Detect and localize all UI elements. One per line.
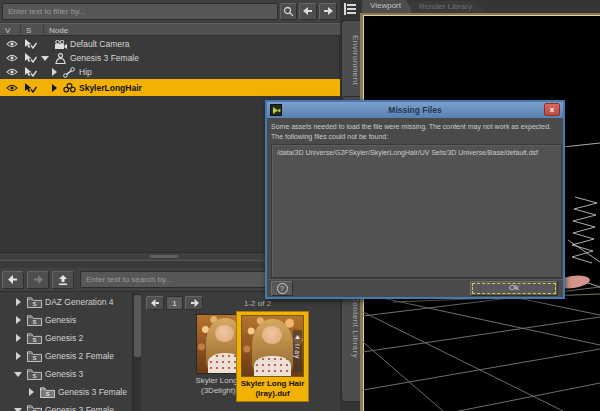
- ok-button[interactable]: Ok: [470, 281, 558, 296]
- scene-row[interactable]: Hip: [0, 65, 340, 79]
- forward-arrow-button[interactable]: [27, 271, 49, 289]
- search-icon[interactable]: [280, 3, 297, 20]
- expand-spacer: [41, 40, 52, 48]
- daz-folder-icon: S: [25, 297, 43, 308]
- column-header-visibility[interactable]: V: [0, 24, 21, 35]
- scene-node-label[interactable]: Genesis 3 Female: [68, 53, 139, 63]
- library-folder-row[interactable]: S DAZ Generation 4: [0, 293, 132, 311]
- expand-right-icon[interactable]: [50, 68, 61, 76]
- svg-text:S: S: [32, 355, 36, 361]
- page-prev-button[interactable]: [146, 296, 164, 310]
- prev-arrow-button[interactable]: [299, 3, 317, 20]
- tab-environment[interactable]: Environment: [341, 20, 360, 100]
- thumbnail-label: Skyler Long Hair(Iray).duf: [239, 379, 306, 399]
- svg-text:S: S: [32, 337, 36, 343]
- tab-render-library[interactable]: Render Library: [411, 1, 486, 13]
- missing-files-list[interactable]: /data/3D Universe/G2FSkyler/SkylerLongHa…: [271, 144, 562, 278]
- daz-folder-icon: S: [25, 333, 43, 344]
- bone-icon: [61, 67, 77, 78]
- library-tree-scrollbar[interactable]: [132, 293, 141, 411]
- question-mark-icon: ?: [277, 283, 288, 294]
- dialog-footer: ? Ok: [267, 278, 563, 297]
- daz-folder-icon: S: [25, 405, 43, 411]
- expand-right-icon[interactable]: [50, 84, 61, 92]
- library-folder-row[interactable]: S Genesis 2 Female: [0, 347, 132, 365]
- expand-right-icon[interactable]: [27, 388, 38, 396]
- svg-text:S: S: [32, 373, 36, 379]
- expand-right-icon[interactable]: [14, 334, 25, 342]
- column-header-selectable[interactable]: S: [21, 24, 44, 35]
- expand-down-icon[interactable]: [41, 54, 52, 62]
- thumb-dress-shape: [254, 356, 291, 377]
- missing-files-dialog: Missing Files x Some assets needed to lo…: [265, 100, 565, 299]
- scrollbar-thumb[interactable]: [134, 295, 141, 357]
- dialog-titlebar[interactable]: Missing Files x: [267, 102, 563, 118]
- library-folder-tree: S DAZ Generation 4 S Genesis S Genesis 2…: [0, 293, 132, 411]
- visibility-eye-icon[interactable]: [3, 54, 20, 62]
- library-folder-label[interactable]: Genesis 3 Female: [43, 405, 114, 411]
- iray-watermark: ▲ Iray: [293, 330, 302, 372]
- dialog-message-line2: The following files could not be found:: [271, 132, 561, 142]
- splitter-grip[interactable]: [150, 255, 178, 258]
- thumb-face-shape: [215, 325, 233, 342]
- scene-node-label[interactable]: SkylerLongHair: [77, 83, 142, 93]
- daz-folder-icon: S: [38, 387, 56, 398]
- selectable-cursor-icon[interactable]: [20, 83, 41, 93]
- camera-icon: [52, 40, 68, 49]
- selectable-cursor-icon[interactable]: [20, 39, 41, 49]
- visibility-eye-icon[interactable]: [3, 68, 20, 76]
- selectable-cursor-icon[interactable]: [20, 53, 41, 63]
- library-folder-row[interactable]: S Genesis: [0, 311, 132, 329]
- library-folder-row[interactable]: S Genesis 2: [0, 329, 132, 347]
- scene-filter-input[interactable]: [2, 3, 278, 20]
- expand-right-icon[interactable]: [14, 298, 25, 306]
- library-folder-label[interactable]: Genesis 2: [43, 333, 83, 343]
- scene-node-label[interactable]: Hip: [77, 67, 92, 77]
- help-button[interactable]: ?: [271, 281, 293, 296]
- back-arrow-button[interactable]: [2, 271, 24, 289]
- daz-folder-icon: S: [25, 369, 43, 380]
- thumbnail-iray-selected[interactable]: ▲ Iray Skyler Long Hair(Iray).duf: [236, 311, 309, 402]
- dialog-title: Missing Files: [267, 105, 563, 115]
- tab-viewport[interactable]: Viewport: [362, 0, 415, 13]
- viewport-tab-bar: Viewport Render Library: [362, 0, 486, 13]
- pane-menu-icon[interactable]: [343, 2, 357, 16]
- library-folder-row[interactable]: S Genesis 3: [0, 365, 132, 383]
- selectable-cursor-icon[interactable]: [20, 67, 41, 77]
- dialog-message-line1: Some assets needed to load the file were…: [271, 122, 561, 132]
- page-number[interactable]: 1: [166, 296, 183, 310]
- library-content-area: 1 1-2 of 2 Skyler Long Hair(3Delight).du…: [143, 293, 340, 411]
- expand-down-icon[interactable]: [14, 406, 25, 411]
- library-folder-row[interactable]: S Genesis 3 Female: [0, 401, 132, 411]
- scene-node-label[interactable]: Default Camera: [68, 39, 130, 49]
- thumbnail-pager: 1: [146, 296, 203, 310]
- column-header-node[interactable]: Node: [44, 24, 340, 35]
- expand-down-icon[interactable]: [14, 370, 25, 378]
- library-folder-label[interactable]: Genesis: [43, 315, 76, 325]
- scene-row[interactable]: Genesis 3 Female: [0, 51, 340, 65]
- library-folder-label[interactable]: DAZ Generation 4: [43, 297, 114, 307]
- pager-count-label: 1-2 of 2: [244, 299, 271, 308]
- library-folder-row[interactable]: S Genesis 3 Female: [0, 383, 132, 401]
- visibility-eye-icon[interactable]: [3, 40, 20, 48]
- svg-text:S: S: [32, 301, 36, 307]
- hair-icon: [61, 83, 77, 93]
- close-icon[interactable]: x: [544, 103, 560, 116]
- thumbnail-image[interactable]: ▲ Iray: [241, 315, 304, 377]
- scene-row[interactable]: SkylerLongHair: [0, 79, 340, 96]
- library-folder-label[interactable]: Genesis 3: [43, 369, 83, 379]
- scene-row[interactable]: Default Camera: [0, 37, 340, 51]
- expand-right-icon[interactable]: [14, 352, 25, 360]
- dialog-message: Some assets needed to load the file were…: [271, 122, 561, 142]
- scene-filter-bar: [0, 0, 340, 22]
- svg-text:S: S: [45, 391, 49, 397]
- scene-tree-header: V S Node: [0, 23, 340, 36]
- visibility-eye-icon[interactable]: [3, 84, 20, 92]
- next-arrow-button[interactable]: [319, 3, 337, 20]
- library-folder-label[interactable]: Genesis 2 Female: [43, 351, 114, 361]
- expand-right-icon[interactable]: [14, 316, 25, 324]
- page-next-button[interactable]: [185, 296, 203, 310]
- library-folder-label[interactable]: Genesis 3 Female: [56, 387, 127, 397]
- missing-file-path: /data/3D Universe/G2FSkyler/SkylerLongHa…: [272, 145, 561, 156]
- up-directory-button[interactable]: [52, 271, 74, 289]
